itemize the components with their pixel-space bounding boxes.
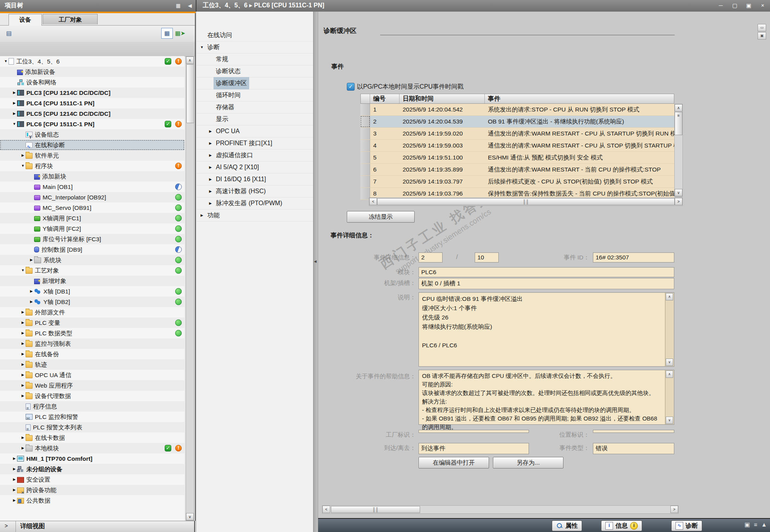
chevron-right-icon[interactable]: ▶ xyxy=(20,338,26,349)
collapse-panel-icon[interactable]: ◀ xyxy=(185,2,195,10)
row-handle[interactable] xyxy=(360,128,370,139)
chevron-right-icon[interactable]: ▶ xyxy=(12,453,17,464)
scrollbar-thumb[interactable]: ║║ xyxy=(331,506,420,513)
restore-button[interactable]: ▢ xyxy=(730,1,739,10)
location-id-field[interactable] xyxy=(593,430,674,433)
chevron-right-icon[interactable]: ▶ xyxy=(20,432,26,443)
diag-nav-item[interactable]: ▶DI 16/DQ 16 [X11] xyxy=(196,173,313,185)
chevron-down-icon[interactable]: ▼ xyxy=(20,265,26,276)
open-in-editor-button[interactable]: 在编辑器中打开 xyxy=(419,457,489,469)
event-id-field[interactable]: 16# 02:3507 xyxy=(593,252,674,263)
diag-nav-item[interactable]: 诊断状态 xyxy=(196,65,313,77)
tree-item[interactable]: ▼工位3、4、5、6✓! xyxy=(0,56,184,67)
event-row[interactable]: 42025/6/9 14:19:59.003通信发出的请求:WARM RESTA… xyxy=(360,140,674,152)
float-view-icon[interactable]: ▣ xyxy=(758,32,766,39)
tree-item[interactable]: ▶HMI_1 [TP700 Comfort] xyxy=(0,453,184,464)
scroll-left-icon[interactable]: < xyxy=(369,198,377,205)
tree-item[interactable]: ▶PLC4 [CPU 1511C-1 PN] xyxy=(0,98,184,108)
row-handle[interactable] xyxy=(360,104,370,115)
event-row[interactable]: 22025/6/9 14:20:04.539OB 91 事件缓冲区溢出 - 将继… xyxy=(360,116,674,128)
module-field[interactable]: PLC6 xyxy=(419,267,674,277)
chevron-right-icon[interactable]: ▶ xyxy=(207,137,214,149)
tree-item[interactable]: Main [OB1] xyxy=(0,182,184,192)
scroll-down-icon[interactable]: ∨ xyxy=(675,189,682,196)
diag-nav-item[interactable]: 在线访问 xyxy=(196,29,313,41)
tree-item[interactable]: ▶PLC 数据类型 xyxy=(0,328,184,338)
chevron-down-icon[interactable]: ▼ xyxy=(20,161,26,171)
tab-plant-objects[interactable]: 工厂对象 xyxy=(43,14,98,24)
chevron-right-icon[interactable]: ▶ xyxy=(12,474,17,485)
chevron-right-icon[interactable]: ▶ xyxy=(20,150,26,161)
tree-item[interactable]: ▶在线备份 xyxy=(0,349,184,359)
plant-id-field[interactable] xyxy=(419,430,529,433)
tree-item[interactable]: ▼程序块! xyxy=(0,161,184,171)
chevron-right-icon[interactable]: ▶ xyxy=(12,108,17,119)
maximize-button[interactable]: ▣ xyxy=(744,1,753,10)
chevron-right-icon[interactable]: ▶ xyxy=(29,297,34,307)
diag-nav-item[interactable]: ▶功能 xyxy=(196,209,313,221)
row-handle[interactable] xyxy=(360,176,370,187)
chevron-right-icon[interactable]: ▶ xyxy=(20,359,26,370)
event-row[interactable]: 62025/6/9 14:19:35.899通信发出的请求:WARM RESTA… xyxy=(360,164,674,176)
maximize-view-icon[interactable]: ▭ xyxy=(758,24,766,31)
row-handle[interactable] xyxy=(360,116,370,127)
diag-nav-item[interactable]: 诊断缓冲区 xyxy=(196,77,313,89)
expand-panel-icon[interactable]: ▲ xyxy=(761,521,767,528)
column-datetime[interactable]: 日期和时间 xyxy=(400,94,485,103)
tree-item[interactable]: ▶外部源文件 xyxy=(0,307,184,317)
event-row[interactable]: 52025/6/9 14:19:51.100ES/HMI 通信:从 预配 模式切… xyxy=(360,152,674,164)
minimize-button[interactable]: ─ xyxy=(717,1,725,10)
event-row[interactable]: 32025/6/9 14:19:59.020通信发出的请求:WARM RESTA… xyxy=(360,128,674,140)
chevron-right-icon[interactable]: ▶ xyxy=(20,328,26,338)
chevron-down-icon[interactable]: ▼ xyxy=(3,56,9,67)
tree-item[interactable]: 设备组态 xyxy=(0,129,184,140)
diag-nav-item[interactable]: ▶高速计数器 (HSC) xyxy=(196,185,313,197)
chevron-right-icon[interactable]: ▶ xyxy=(207,149,214,161)
chevron-right-icon[interactable]: ▶ xyxy=(29,286,34,297)
expand-detail-icon[interactable]: > xyxy=(5,523,8,529)
tree-item[interactable]: ▶PLC5 [CPU 1214C DC/DC/DC] xyxy=(0,108,184,119)
sync-online-icon[interactable]: ▦➤ xyxy=(174,28,186,39)
tree-item[interactable]: 新增对象 xyxy=(0,276,184,286)
tree-item[interactable]: 库位号计算坐标 [FC3] xyxy=(0,234,184,244)
tree-item[interactable]: ▶跨设备功能 xyxy=(0,485,184,495)
event-row[interactable]: 72025/6/9 14:19:03.797后续操作模式更改 - CPU 从 S… xyxy=(360,176,674,188)
scroll-up-icon[interactable]: ∧ xyxy=(666,371,673,378)
freeze-display-button[interactable]: 冻结显示 xyxy=(347,211,415,223)
diag-nav-item[interactable]: ▶PROFINET 接口[X1] xyxy=(196,137,313,149)
tree-item[interactable]: ▶在线卡数据 xyxy=(0,432,184,443)
chevron-right-icon[interactable]: ▶ xyxy=(207,185,214,197)
tree-scrollbar[interactable]: ∧ ∨ xyxy=(186,56,194,521)
chevron-right-icon[interactable]: ▶ xyxy=(20,317,26,328)
tree-item[interactable]: 在线和诊断 xyxy=(0,140,184,150)
tab-devices[interactable]: 设备 xyxy=(9,14,42,26)
diag-nav-item[interactable]: ▶AI 5/AQ 2 [X10] xyxy=(196,161,313,173)
table-view-icon[interactable]: ▦ xyxy=(161,28,173,39)
close-button[interactable]: × xyxy=(758,1,767,10)
row-handle[interactable] xyxy=(360,164,370,175)
arrive-leave-field[interactable]: 到达事件 xyxy=(419,443,529,454)
scroll-right-icon[interactable]: > xyxy=(675,198,682,205)
chevron-right-icon[interactable]: ▶ xyxy=(20,370,26,380)
help-box[interactable]: OB 请求不能再存储在内部 CPU 缓冲区中。后续请求仅会计数，不会执行。可能的… xyxy=(419,370,674,425)
diag-nav-item[interactable]: 存储器 xyxy=(196,101,313,113)
scroll-down-icon[interactable]: ∨ xyxy=(186,513,194,520)
chevron-right-icon[interactable]: ▶ xyxy=(207,161,214,173)
new-folder-icon[interactable]: ▤ xyxy=(3,28,15,39)
tree-item[interactable]: ▶PLC 变量 xyxy=(0,317,184,328)
column-event[interactable]: 事件 xyxy=(485,94,674,103)
chevron-right-icon[interactable]: ▶ xyxy=(20,307,26,317)
scroll-up-icon[interactable]: ∧ xyxy=(666,293,673,300)
event-type-field[interactable]: 错误 xyxy=(593,443,674,454)
detail-index-field[interactable]: 2 xyxy=(419,252,443,263)
rack-slot-field[interactable]: 机架 0 / 插槽 1 xyxy=(419,278,674,289)
scroll-up-icon[interactable]: ∧ xyxy=(675,104,682,112)
scrollbar-thumb[interactable]: ║║ xyxy=(377,198,675,205)
chevron-right-icon[interactable]: ▶ xyxy=(12,88,17,98)
scroll-down-icon[interactable]: ∨ xyxy=(666,417,673,424)
chevron-down-icon[interactable]: ▼ xyxy=(199,41,205,53)
tree-item[interactable]: MC_Interpolator [OB92] xyxy=(0,192,184,203)
chevron-right-icon[interactable]: ▶ xyxy=(12,98,17,108)
tab-properties[interactable]: 属性 xyxy=(552,520,582,531)
chevron-right-icon[interactable]: ▶ xyxy=(207,125,214,137)
